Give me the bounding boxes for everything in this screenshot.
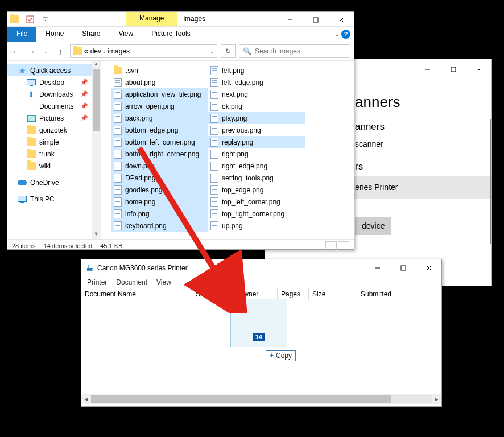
- nav-folder[interactable]: trunk: [7, 148, 101, 160]
- file-item[interactable]: previous.png: [208, 124, 305, 136]
- file-item[interactable]: home.png: [111, 196, 208, 208]
- nav-up-button[interactable]: ↑: [55, 47, 67, 56]
- nav-back-button[interactable]: ←: [11, 47, 22, 56]
- nav-downloads[interactable]: ⬇Downloads📌: [7, 88, 101, 100]
- file-item[interactable]: play.png: [208, 112, 305, 124]
- file-item[interactable]: next.png: [208, 88, 305, 100]
- nav-scrollbar[interactable]: ▲ ▼: [92, 61, 101, 239]
- properties-icon[interactable]: [25, 14, 35, 24]
- scroll-left-icon[interactable]: ◄: [81, 394, 91, 404]
- col-pages[interactable]: Pages: [278, 288, 309, 300]
- col-size[interactable]: Size: [309, 288, 357, 300]
- image-file-icon: [114, 78, 122, 87]
- scrollbar-thumb[interactable]: [93, 69, 100, 131]
- scroll-right-icon[interactable]: ►: [432, 394, 441, 404]
- file-item[interactable]: keyboard.png: [111, 220, 208, 232]
- menu-document[interactable]: Document: [116, 278, 147, 286]
- nav-pictures[interactable]: Pictures📌: [7, 112, 101, 124]
- close-button[interactable]: [328, 12, 354, 28]
- add-device-button[interactable]: device: [355, 217, 391, 235]
- minimize-button[interactable]: [415, 61, 440, 77]
- settings-scrollbar[interactable]: [490, 119, 491, 244]
- scanner-row[interactable]: scanner: [355, 139, 491, 149]
- file-item[interactable]: setting_tools.png: [208, 172, 305, 184]
- address-bar[interactable]: « dev › images ⌄: [70, 44, 217, 58]
- file-item[interactable]: down.png: [111, 160, 208, 172]
- view-icons-button[interactable]: [338, 241, 349, 250]
- nav-documents[interactable]: Documents📌: [7, 100, 101, 112]
- menu-printer[interactable]: Printer: [87, 278, 107, 286]
- image-file-icon: [210, 138, 218, 147]
- file-item[interactable]: up.png: [208, 220, 305, 232]
- file-item[interactable]: top_edge.png: [208, 184, 305, 196]
- minimize-button[interactable]: [277, 12, 303, 28]
- breadcrumb[interactable]: images: [108, 47, 130, 55]
- file-item[interactable]: about.png: [111, 76, 208, 88]
- tab-view[interactable]: View: [109, 27, 142, 42]
- ribbon-expand-icon[interactable]: ⌄: [334, 31, 339, 38]
- file-name: down.png: [125, 162, 155, 170]
- file-item[interactable]: arrow_open.png: [111, 100, 208, 112]
- printer-selected[interactable]: eries Printer: [349, 176, 491, 199]
- menu-view[interactable]: View: [156, 278, 171, 286]
- file-item[interactable]: goodies.png: [111, 184, 208, 196]
- col-owner[interactable]: Owner: [235, 288, 278, 300]
- breadcrumb[interactable]: «: [84, 47, 88, 55]
- col-status[interactable]: Status: [192, 288, 235, 300]
- file-item[interactable]: right.png: [208, 148, 305, 160]
- horizontal-scrollbar[interactable]: ◄ ►: [81, 394, 441, 404]
- qat-dropdown-icon[interactable]: [40, 14, 51, 24]
- nav-desktop[interactable]: Desktop📌: [7, 76, 101, 88]
- status-bar: 28 items 14 items selected 45.1 KB: [7, 239, 354, 252]
- file-item[interactable]: back.png: [111, 112, 208, 124]
- file-name: bottom_left_corner.png: [125, 138, 195, 146]
- scroll-up-icon[interactable]: ▲: [92, 61, 101, 69]
- file-item[interactable]: ok.png: [208, 100, 305, 112]
- tab-share[interactable]: Share: [73, 27, 109, 42]
- address-dropdown-icon[interactable]: ⌄: [210, 48, 214, 55]
- nav-folder[interactable]: wiki: [7, 160, 101, 172]
- tab-file[interactable]: File: [7, 27, 36, 42]
- file-item[interactable]: .svn: [111, 64, 208, 76]
- maximize-button[interactable]: [303, 12, 328, 28]
- contextual-tab-manage[interactable]: Manage: [126, 12, 177, 26]
- maximize-button[interactable]: [440, 61, 466, 77]
- file-item[interactable]: info.png: [111, 208, 208, 220]
- refresh-button[interactable]: ↻: [221, 44, 236, 58]
- nav-folder[interactable]: simple: [7, 136, 101, 148]
- col-submitted[interactable]: Submitted: [357, 288, 441, 300]
- chevron-right-icon[interactable]: ›: [104, 48, 105, 55]
- file-item[interactable]: DPad.png: [111, 172, 208, 184]
- folder-icon[interactable]: [10, 14, 20, 24]
- file-item[interactable]: bottom_left_corner.png: [111, 136, 208, 148]
- file-item[interactable]: left_edge.png: [208, 76, 305, 88]
- nav-onedrive[interactable]: OneDrive: [7, 176, 101, 188]
- breadcrumb[interactable]: dev: [90, 47, 101, 55]
- maximize-button[interactable]: [390, 260, 416, 276]
- file-item[interactable]: bottom_edge.png: [111, 124, 208, 136]
- file-item[interactable]: replay.png: [208, 136, 305, 148]
- scroll-down-icon[interactable]: ▼: [92, 231, 101, 239]
- image-file-icon: [114, 126, 122, 135]
- close-button[interactable]: [416, 260, 441, 276]
- tab-picture-tools[interactable]: Picture Tools: [142, 27, 199, 42]
- minimize-button[interactable]: [365, 260, 390, 276]
- file-item[interactable]: right_edge.png: [208, 160, 305, 172]
- nav-recent-dropdown[interactable]: ⌄: [40, 48, 52, 55]
- close-button[interactable]: [466, 61, 491, 77]
- nav-this-pc[interactable]: This PC: [7, 193, 101, 205]
- tab-home[interactable]: Home: [36, 27, 73, 42]
- nav-forward-button[interactable]: →: [26, 47, 37, 56]
- file-item[interactable]: bottom_right_corner.png: [111, 148, 208, 160]
- file-item[interactable]: left.png: [208, 64, 305, 76]
- nav-quick-access[interactable]: ★Quick access: [7, 64, 101, 76]
- col-document-name[interactable]: Document Name: [81, 288, 192, 300]
- nav-folder[interactable]: gonzotek: [7, 124, 101, 136]
- file-item[interactable]: top_left_corner.png: [208, 196, 305, 208]
- scrollbar-thumb[interactable]: [91, 395, 391, 403]
- file-item[interactable]: application_view_tile.png: [111, 88, 208, 100]
- search-input[interactable]: 🔍 Search images: [239, 44, 350, 58]
- file-item[interactable]: top_right_corner.png: [208, 208, 305, 220]
- help-icon[interactable]: ?: [341, 30, 350, 39]
- view-details-button[interactable]: [325, 241, 337, 250]
